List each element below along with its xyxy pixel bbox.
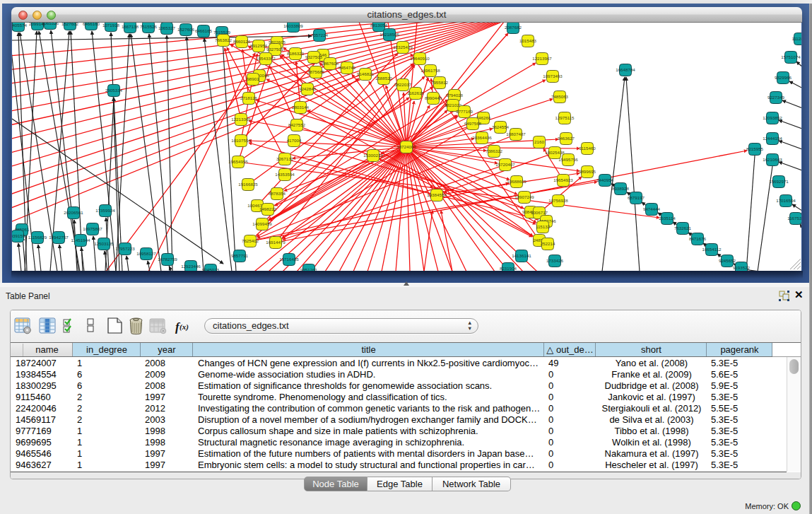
svg-text:9327503: 9327503 (305, 54, 323, 59)
svg-text:8427552: 8427552 (288, 122, 306, 127)
svg-text:1405574: 1405574 (12, 23, 28, 28)
svg-text:18640910: 18640910 (410, 56, 430, 61)
svg-text:9857791: 9857791 (231, 253, 249, 258)
svg-text:15720407: 15720407 (495, 162, 515, 167)
svg-text:3624554: 3624554 (492, 124, 510, 129)
svg-text:1527606: 1527606 (177, 27, 195, 32)
svg-text:10958127: 10958127 (136, 251, 156, 256)
svg-text:10025438: 10025438 (545, 150, 565, 155)
svg-text:1527602: 1527602 (61, 23, 79, 26)
svg-text:2935114: 2935114 (659, 216, 676, 221)
svg-text:12942757: 12942757 (49, 235, 69, 240)
svg-text:12325419: 12325419 (393, 45, 413, 49)
svg-text:1065326: 1065326 (42, 23, 59, 25)
svg-text:2905334: 2905334 (105, 88, 123, 93)
svg-text:20206561: 20206561 (64, 210, 83, 215)
svg-text:(x): (x) (180, 322, 189, 332)
svg-text:7515526: 7515526 (140, 24, 158, 29)
svg-text:939159: 939159 (12, 233, 25, 238)
svg-text:7955812: 7955812 (431, 80, 449, 85)
svg-text:16210643: 16210643 (763, 157, 782, 162)
svg-text:12213369: 12213369 (231, 117, 251, 122)
svg-text:8813054: 8813054 (370, 23, 388, 28)
svg-text:9193522: 9193522 (733, 265, 751, 270)
svg-text:9794028: 9794028 (446, 93, 464, 98)
svg-text:15300213: 15300213 (363, 153, 383, 158)
svg-text:9777169: 9777169 (456, 109, 473, 114)
svg-text:1015483: 1015483 (519, 38, 537, 43)
svg-text:7625402: 7625402 (242, 238, 259, 243)
svg-text:17957223: 17957223 (115, 246, 135, 251)
svg-text:18724007: 18724007 (396, 144, 416, 149)
svg-text:12923446: 12923446 (181, 264, 201, 269)
svg-text:2160: 2160 (534, 139, 544, 144)
svg-text:18907249: 18907249 (514, 194, 534, 199)
svg-text:8660124: 8660124 (233, 39, 251, 44)
svg-text:8215955: 8215955 (746, 146, 764, 151)
svg-text:1167534: 1167534 (787, 216, 801, 221)
svg-text:3875685: 3875685 (307, 69, 325, 74)
svg-text:16914479: 16914479 (266, 240, 286, 245)
svg-text:6466160: 6466160 (83, 23, 100, 26)
svg-text:1440954: 1440954 (596, 177, 614, 182)
svg-text:19384554: 19384554 (427, 192, 447, 197)
svg-text:10688609: 10688609 (507, 179, 526, 184)
svg-text:16782759: 16782759 (158, 257, 177, 262)
svg-text:17359924: 17359924 (95, 208, 115, 213)
svg-text:9899695: 9899695 (579, 169, 596, 174)
svg-text:7632621: 7632621 (674, 226, 692, 230)
svg-text:1588520: 1588520 (375, 76, 393, 81)
svg-text:17016504: 17016504 (776, 198, 796, 203)
svg-text:16961758: 16961758 (420, 68, 440, 73)
svg-text:12213967: 12213967 (532, 56, 552, 61)
svg-text:9329966: 9329966 (775, 75, 792, 80)
svg-text:15716485: 15716485 (279, 257, 299, 262)
svg-text:7485063: 7485063 (551, 94, 569, 99)
svg-text:7386322: 7386322 (486, 148, 503, 153)
svg-text:1498222: 1498222 (259, 206, 277, 211)
svg-text:9245652: 9245652 (719, 258, 736, 263)
svg-text:15751074: 15751074 (781, 54, 801, 59)
svg-text:14099459: 14099459 (252, 221, 272, 226)
svg-text:1733426: 1733426 (546, 258, 564, 263)
svg-text:14136141: 14136141 (512, 253, 531, 258)
svg-text:2803144: 2803144 (292, 105, 310, 110)
svg-text:8990448: 8990448 (425, 95, 442, 100)
svg-text:12503135: 12503135 (94, 241, 114, 246)
svg-text:2718126: 2718126 (240, 95, 258, 100)
svg-text:10973493: 10973493 (543, 74, 563, 78)
svg-text:2087682: 2087682 (505, 25, 522, 30)
svg-text:1065327: 1065327 (158, 25, 176, 30)
svg-text:1162615: 1162615 (407, 90, 424, 95)
svg-text:9327509: 9327509 (266, 47, 284, 52)
svg-text:98901: 98901 (247, 76, 259, 81)
svg-text:5822037: 5822037 (394, 82, 412, 87)
svg-text:10543362: 10543362 (256, 56, 276, 61)
svg-text:11156829: 11156829 (28, 235, 47, 240)
svg-text:15692971: 15692971 (769, 179, 789, 184)
svg-text:1112834: 1112834 (792, 36, 801, 41)
svg-text:8938928: 8938928 (612, 186, 630, 191)
svg-text:8878354: 8878354 (269, 191, 286, 196)
svg-text:9242848: 9242848 (299, 86, 317, 91)
svg-text:14353594: 14353594 (275, 172, 295, 177)
svg-text:7663822: 7663822 (215, 37, 233, 42)
svg-text:10807487: 10807487 (506, 132, 526, 136)
svg-text:252214: 252214 (541, 241, 555, 246)
svg-text:16648784: 16648784 (616, 67, 635, 72)
svg-text:12444154: 12444154 (763, 136, 782, 141)
svg-text:6879197: 6879197 (628, 195, 645, 200)
svg-text:8912954: 8912954 (250, 43, 268, 48)
svg-text:9227349: 9227349 (767, 95, 785, 100)
svg-text:16033809: 16033809 (283, 23, 303, 28)
svg-text:3267130: 3267130 (276, 156, 294, 161)
svg-text:8186323: 8186323 (287, 51, 305, 56)
svg-text:11451944: 11451944 (71, 238, 90, 243)
svg-text:19166825: 19166825 (238, 182, 258, 187)
svg-text:15495756: 15495756 (558, 157, 578, 162)
svg-text:417004: 417004 (287, 138, 302, 143)
svg-text:8454749: 8454749 (339, 65, 356, 70)
svg-text:9474444: 9474444 (643, 206, 661, 211)
svg-text:9115460: 9115460 (579, 146, 596, 151)
svg-text:9146821: 9146821 (357, 71, 375, 76)
